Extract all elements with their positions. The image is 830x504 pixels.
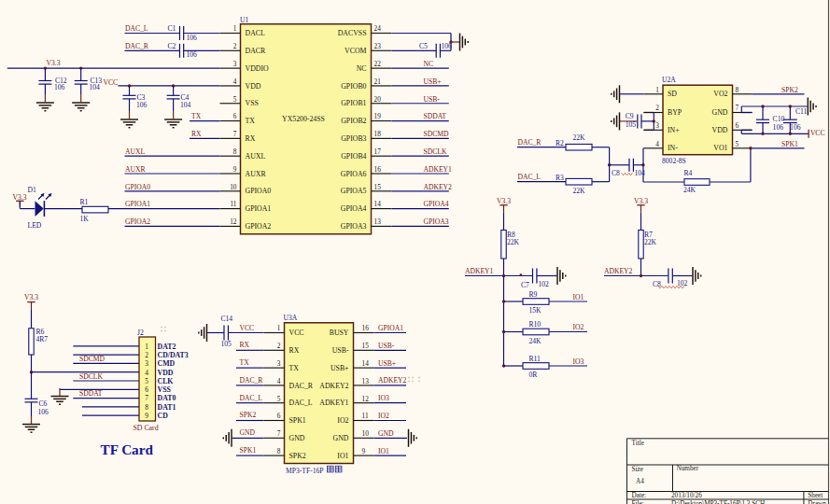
svg-text:DAT2: DAT2 (158, 343, 176, 351)
svg-text:ADKEY2: ADKEY2 (424, 183, 453, 191)
svg-text:VO2: VO2 (713, 90, 727, 98)
svg-text:GND: GND (333, 434, 349, 442)
svg-text:22K: 22K (573, 133, 586, 142)
svg-text:8: 8 (145, 403, 148, 412)
svg-text:19: 19 (374, 112, 382, 120)
svg-text:R1: R1 (80, 198, 89, 206)
svg-text:24K: 24K (683, 186, 696, 194)
svg-text:GND: GND (240, 428, 256, 437)
svg-text:18: 18 (374, 130, 382, 138)
svg-text:VSS: VSS (158, 385, 171, 394)
svg-text:SPK1: SPK1 (781, 140, 798, 148)
svg-text:8: 8 (277, 447, 281, 455)
svg-text:8: 8 (736, 86, 739, 94)
svg-text:3: 3 (655, 121, 659, 130)
svg-text:GPIOB3: GPIOB3 (341, 134, 366, 143)
svg-text:GPIOA3: GPIOA3 (341, 222, 367, 231)
svg-text:23: 23 (374, 42, 382, 50)
svg-text:VCC: VCC (240, 324, 255, 332)
svg-text:GPIOA4: GPIOA4 (424, 200, 449, 208)
svg-text:V3.3: V3.3 (497, 197, 511, 205)
svg-text:2: 2 (277, 342, 281, 350)
svg-text:LED: LED (28, 221, 42, 230)
svg-text:C11: C11 (795, 107, 808, 116)
svg-text:RX: RX (191, 130, 202, 138)
svg-text:9: 9 (233, 165, 237, 174)
svg-text:VCOM: VCOM (345, 47, 366, 55)
svg-text:4: 4 (655, 140, 659, 148)
svg-text:22K: 22K (644, 238, 657, 246)
svg-text:5: 5 (233, 95, 237, 104)
svg-text:U3A: U3A (284, 314, 298, 322)
svg-text:IO3: IO3 (573, 357, 584, 366)
svg-text:106: 106 (187, 34, 198, 42)
svg-text:Number: Number (677, 465, 699, 472)
svg-text:U1: U1 (240, 16, 248, 24)
svg-text:3: 3 (233, 60, 237, 68)
svg-text:GPIOA1: GPIOA1 (246, 204, 272, 213)
svg-text:C9: C9 (626, 112, 634, 120)
svg-text:22K: 22K (507, 238, 520, 246)
svg-text:GND: GND (378, 429, 394, 438)
svg-text:VCC: VCC (810, 129, 825, 137)
svg-text:J2: J2 (137, 329, 144, 337)
svg-text:IN+: IN+ (668, 126, 680, 134)
svg-text:GPIOA6: GPIOA6 (341, 170, 367, 178)
svg-text:SDCMD: SDCMD (424, 130, 450, 138)
svg-text:DAC_R: DAC_R (518, 138, 542, 147)
svg-text:9: 9 (362, 447, 366, 455)
svg-text:22: 22 (374, 60, 382, 68)
svg-text:24K: 24K (529, 337, 542, 345)
svg-text:V3.3: V3.3 (47, 59, 61, 67)
svg-text:USB-: USB- (424, 95, 441, 104)
svg-text:USB+: USB+ (378, 359, 396, 368)
svg-text:104: 104 (635, 169, 646, 177)
svg-text:Drawn: Drawn (808, 500, 826, 504)
svg-text:14: 14 (362, 359, 370, 368)
svg-text:GPIOA1: GPIOA1 (125, 200, 150, 208)
svg-text:C2: C2 (168, 42, 176, 50)
svg-text:GPIOA4: GPIOA4 (341, 204, 367, 213)
svg-text:GND: GND (712, 108, 728, 117)
svg-text:GPIOA1: GPIOA1 (378, 324, 403, 332)
svg-text:11: 11 (362, 412, 369, 420)
svg-text:102: 102 (539, 280, 550, 288)
svg-text:VDD: VDD (158, 369, 174, 377)
svg-text:R10: R10 (529, 320, 542, 329)
svg-text:106: 106 (442, 42, 453, 50)
svg-text:ADKEY2: ADKEY2 (319, 382, 348, 390)
svg-text:TX: TX (289, 364, 300, 372)
svg-text:C8: C8 (653, 280, 661, 288)
svg-text:SDCMD: SDCMD (79, 355, 106, 363)
svg-text:ADKEY1: ADKEY1 (465, 267, 494, 275)
svg-text:C14: C14 (221, 315, 233, 323)
svg-text:GND: GND (289, 434, 305, 442)
svg-text:2: 2 (233, 42, 237, 50)
svg-text:102: 102 (677, 279, 688, 287)
svg-text:7: 7 (736, 104, 739, 112)
svg-text:12: 12 (230, 217, 237, 226)
svg-text:USB+: USB+ (424, 77, 442, 86)
svg-text:5: 5 (277, 395, 281, 403)
svg-text:IO2: IO2 (378, 412, 389, 420)
svg-text:SPK2: SPK2 (240, 411, 257, 419)
svg-text:V3.3: V3.3 (634, 197, 648, 205)
svg-text:106: 106 (54, 83, 65, 91)
svg-text:R4: R4 (684, 169, 693, 177)
svg-text:GPIOB4: GPIOB4 (341, 152, 366, 161)
svg-text:104: 104 (90, 83, 101, 91)
svg-text:GPIOA3: GPIOA3 (424, 217, 449, 226)
svg-text:20: 20 (374, 95, 382, 104)
svg-text:BUSY: BUSY (330, 329, 349, 337)
svg-text:Date:: Date: (632, 492, 647, 499)
svg-text:8002-8S: 8002-8S (662, 157, 686, 165)
svg-text:SDDAT: SDDAT (79, 389, 103, 398)
svg-text:ADKEY2: ADKEY2 (378, 376, 407, 385)
svg-text:16: 16 (362, 324, 370, 332)
svg-text:DAC_L: DAC_L (240, 394, 263, 402)
svg-text:GPIOB2: GPIOB2 (341, 117, 366, 125)
svg-text:AUXL: AUXL (125, 147, 145, 156)
svg-text:GPIOB1: GPIOB1 (341, 99, 366, 107)
svg-text:Size: Size (632, 466, 643, 473)
svg-text:11: 11 (230, 200, 236, 208)
